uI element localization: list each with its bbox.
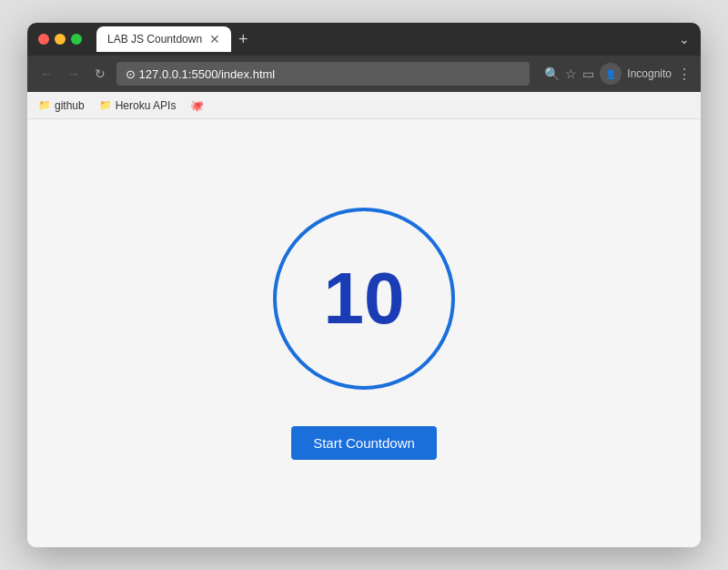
close-button[interactable] (38, 34, 49, 45)
incognito-label: Incognito (627, 67, 672, 80)
browser-window: LAB JS Countdown ✕ + ⌄ ← → ↻ ⊙ 127.0.0.1… (27, 23, 701, 547)
tab-close-icon[interactable]: ✕ (209, 32, 220, 46)
menu-icon[interactable]: ⋮ (677, 66, 692, 83)
traffic-lights (38, 34, 82, 45)
bookmark-github-octocat[interactable]: 🐙 (190, 99, 204, 112)
bookmark-github[interactable]: 📁 github (38, 99, 85, 112)
bookmark-folder-icon: 📁 (38, 99, 51, 111)
countdown-display: 10 (324, 257, 405, 341)
dropdown-icon[interactable]: ⌄ (679, 32, 690, 46)
url-text: ⊙ 127.0.0.1:5500/index.html (126, 67, 275, 81)
start-countdown-button[interactable]: Start Countdown (291, 426, 437, 460)
page-content: 10 Start Countdown (27, 119, 701, 547)
search-icon[interactable]: 🔍 (544, 66, 560, 81)
bookmark-folder-icon-2: 📁 (99, 99, 112, 111)
bookmark-heroku[interactable]: 📁 Heroku APIs (99, 99, 177, 112)
new-tab-button[interactable]: + (235, 30, 252, 49)
bookmark-star-icon[interactable]: ☆ (565, 66, 577, 81)
reload-button[interactable]: ↻ (91, 63, 109, 85)
address-icons: 🔍 ☆ ▭ 👤 Incognito ⋮ (544, 63, 692, 85)
tab-bar: LAB JS Countdown ✕ + ⌄ (96, 26, 690, 52)
sidebar-icon[interactable]: ▭ (582, 66, 594, 81)
tab-label: LAB JS Countdown (107, 33, 202, 46)
minimize-button[interactable] (55, 34, 66, 45)
bookmark-github-label: github (55, 99, 85, 112)
title-bar: LAB JS Countdown ✕ + ⌄ (27, 23, 701, 56)
countdown-circle: 10 (273, 208, 455, 390)
active-tab[interactable]: LAB JS Countdown ✕ (96, 26, 231, 52)
url-bar[interactable]: ⊙ 127.0.0.1:5500/index.html (116, 62, 530, 86)
profile-avatar[interactable]: 👤 (600, 63, 622, 85)
maximize-button[interactable] (71, 34, 82, 45)
bookmark-heroku-label: Heroku APIs (116, 99, 177, 112)
forward-button[interactable]: → (64, 63, 84, 85)
back-button[interactable]: ← (36, 63, 56, 85)
octocat-icon: 🐙 (190, 99, 204, 112)
address-bar: ← → ↻ ⊙ 127.0.0.1:5500/index.html 🔍 ☆ ▭ … (27, 56, 701, 92)
bookmarks-bar: 📁 github 📁 Heroku APIs 🐙 (27, 92, 701, 119)
